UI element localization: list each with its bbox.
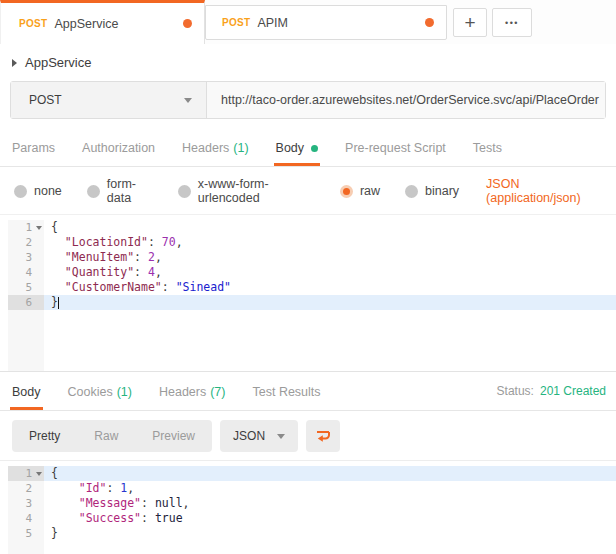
code-text: "Message": null,: [44, 496, 616, 511]
chevron-down-icon: [277, 434, 285, 439]
response-section-tabs: Body Cookies (1) Headers (7) Test Result…: [0, 372, 616, 411]
url-value: http://taco-order.azurewebsites.net/Orde…: [221, 93, 599, 107]
code-line-2[interactable]: 2 "Id": 1,: [8, 481, 616, 496]
radio-icon: [405, 185, 418, 198]
code-text: "Id": 1,: [44, 481, 616, 496]
tab-authorization[interactable]: Authorization: [82, 128, 155, 166]
line-number: 5: [8, 280, 44, 295]
plus-icon: +: [464, 13, 475, 32]
line-number: 4: [8, 511, 44, 526]
mode-form-data[interactable]: form-data: [87, 177, 153, 205]
fold-arrow-icon[interactable]: [36, 472, 42, 476]
code-line-4[interactable]: 4 "Quantity": 4,: [8, 265, 616, 280]
code-text: "Success": true: [44, 511, 616, 526]
status-badge: 201 Created: [540, 384, 606, 398]
pretty-button[interactable]: Pretty: [12, 420, 77, 452]
tab-bar: POST AppService POST APIM + •••: [0, 0, 616, 44]
request-tab-appservice[interactable]: POST AppService: [0, 0, 205, 44]
tab-headers[interactable]: Headers (1): [182, 128, 249, 166]
wrap-lines-button[interactable]: [306, 420, 340, 452]
tab-tests[interactable]: Tests: [473, 128, 502, 166]
response-headers-count: (7): [210, 385, 225, 399]
request-body-editor[interactable]: 1{2 "LocationId": 70,3 "MenuItem": 2,4 "…: [0, 214, 616, 372]
code-line-3[interactable]: 3 "Message": null,: [8, 496, 616, 511]
tab-response-body[interactable]: Body: [12, 372, 41, 410]
code-text: "LocationId": 70,: [44, 235, 616, 250]
view-mode-group: Pretty Raw Preview: [12, 420, 212, 452]
request-tab-apim[interactable]: POST APIM: [205, 5, 447, 40]
method-select[interactable]: POST: [11, 82, 207, 118]
code-line-4[interactable]: 4 "Success": true: [8, 511, 616, 526]
code-line-6[interactable]: 6}: [8, 295, 616, 310]
line-number: 3: [8, 250, 44, 265]
line-number: 4: [8, 265, 44, 280]
code-text: {: [44, 466, 616, 481]
radio-icon: [178, 185, 191, 198]
tab-response-headers[interactable]: Headers (7): [159, 372, 226, 410]
tab-body[interactable]: Body: [276, 128, 319, 166]
code-text: }: [44, 526, 616, 541]
code-line-2[interactable]: 2 "LocationId": 70,: [8, 235, 616, 250]
fold-arrow-icon[interactable]: [36, 226, 42, 230]
line-number: 1: [8, 220, 44, 235]
status-label: Status:: [497, 384, 534, 398]
line-number: 5: [8, 526, 44, 541]
code-line-5[interactable]: 5}: [8, 526, 616, 541]
new-tab-button[interactable]: +: [453, 8, 487, 37]
code-line-1[interactable]: 1{: [8, 220, 616, 235]
radio-icon: [14, 185, 27, 198]
code-line-1[interactable]: 1{: [8, 466, 616, 481]
expand-arrow-icon: [12, 59, 17, 67]
code-text: "MenuItem": 2,: [44, 250, 616, 265]
code-line-3[interactable]: 3 "MenuItem": 2,: [8, 250, 616, 265]
body-mode-row: none form-data x-www-form-urlencoded raw…: [0, 167, 616, 214]
content-type-select[interactable]: JSON (application/json): [486, 177, 604, 205]
chevron-down-icon: [184, 98, 192, 103]
code-text: "CustomerName": "Sinead": [44, 280, 616, 295]
tab-test-results[interactable]: Test Results: [252, 372, 320, 410]
headers-count: (1): [233, 141, 248, 155]
editor-empty-area: [8, 310, 616, 371]
mode-binary[interactable]: binary: [405, 184, 459, 198]
tab-options-button[interactable]: •••: [492, 8, 532, 37]
ellipsis-icon: •••: [505, 18, 519, 28]
tab-title: APIM: [257, 16, 288, 30]
format-select[interactable]: JSON: [220, 420, 298, 452]
url-input[interactable]: http://taco-order.azurewebsites.net/Orde…: [207, 82, 605, 118]
method-badge: POST: [222, 17, 250, 28]
mode-x-www-form-urlencoded[interactable]: x-www-form-urlencoded: [178, 177, 315, 205]
unsaved-changes-dot: [183, 19, 192, 28]
word-wrap-icon: [314, 427, 332, 445]
line-number: 2: [8, 235, 44, 250]
raw-button[interactable]: Raw: [77, 420, 135, 452]
response-body-viewer[interactable]: 1{2 "Id": 1,3 "Message": null,4 "Success…: [0, 460, 616, 554]
text-cursor: [58, 297, 59, 309]
radio-selected-icon: [340, 185, 353, 198]
preview-button[interactable]: Preview: [135, 420, 212, 452]
request-name: AppService: [25, 55, 91, 70]
breadcrumb[interactable]: AppService: [0, 44, 616, 79]
request-section-tabs: Params Authorization Headers (1) Body Pr…: [0, 128, 616, 167]
method-badge: POST: [19, 18, 47, 29]
url-bar: POST http://taco-order.azurewebsites.net…: [10, 81, 606, 119]
code-text: "Quantity": 4,: [44, 265, 616, 280]
line-number: 1: [8, 466, 44, 481]
unsaved-changes-dot: [425, 18, 434, 27]
mode-none[interactable]: none: [14, 184, 62, 198]
response-view-toolbar: Pretty Raw Preview JSON: [0, 411, 616, 460]
code-text: }: [44, 295, 616, 310]
mode-raw[interactable]: raw: [340, 184, 380, 198]
tab-title: AppService: [54, 17, 118, 31]
line-number: 6: [8, 295, 44, 310]
tab-cookies[interactable]: Cookies (1): [68, 372, 132, 410]
format-value: JSON: [233, 429, 265, 443]
tab-pre-request-script[interactable]: Pre-request Script: [345, 128, 446, 166]
method-value: POST: [29, 93, 62, 107]
code-line-5[interactable]: 5 "CustomerName": "Sinead": [8, 280, 616, 295]
tab-params[interactable]: Params: [12, 128, 55, 166]
editor-empty-area: [8, 541, 616, 554]
radio-icon: [87, 185, 100, 198]
status-indicator: Status: 201 Created: [497, 384, 606, 410]
cookies-count: (1): [117, 385, 132, 399]
code-text: {: [44, 220, 616, 235]
